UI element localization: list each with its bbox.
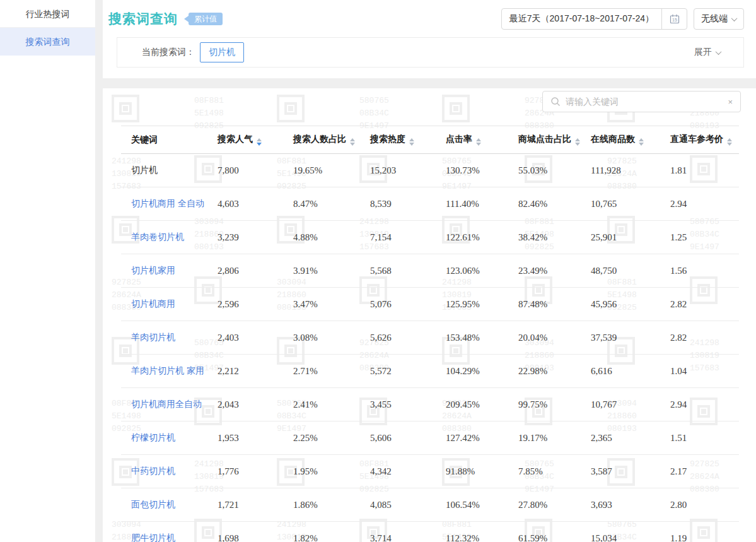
- table-row: 羊肉切片机2,4033.08%5,626153.48%20.04%37,5392…: [121, 321, 739, 355]
- expand-label: 展开: [694, 47, 712, 58]
- sort-icon[interactable]: [257, 138, 262, 146]
- value-cell: 25,901: [581, 221, 660, 254]
- value-cell: 2.94: [660, 388, 739, 421]
- value-cell: 1,698: [207, 522, 283, 542]
- column-header-5[interactable]: 商城点击占比: [508, 126, 581, 154]
- sidebar-item-0[interactable]: 行业热搜词: [0, 0, 95, 28]
- value-cell: 2,212: [207, 355, 283, 388]
- page-title: 搜索词查询: [108, 10, 178, 28]
- value-cell: 38.42%: [508, 221, 581, 254]
- keyword-cell[interactable]: 面包切片机: [121, 488, 207, 522]
- terminal-label: 无线端: [701, 13, 728, 25]
- value-cell: 8,539: [360, 187, 436, 221]
- value-cell: 61.59%: [508, 522, 581, 542]
- value-cell: 2,043: [207, 388, 283, 421]
- table-row: 羊肉卷切片机3,2394.88%7,154122.61%38.42%25,901…: [121, 221, 739, 254]
- keyword-cell[interactable]: 羊肉片切片机 家用: [121, 355, 207, 388]
- keyword-cell[interactable]: 切片机商用 全自动: [121, 187, 207, 221]
- value-cell: 4,085: [360, 488, 436, 522]
- value-cell: 2.94: [660, 187, 739, 221]
- value-cell: 3.91%: [283, 254, 360, 288]
- keyword-cell[interactable]: 羊肉切片机: [121, 321, 207, 355]
- keyword-cell[interactable]: 肥牛切片机: [121, 522, 207, 542]
- value-cell: 10,765: [581, 187, 660, 221]
- value-cell: 2,403: [207, 321, 283, 355]
- terminal-selector[interactable]: 无线端: [694, 8, 744, 30]
- column-header-6[interactable]: 在线商品数: [581, 126, 660, 154]
- value-cell: 125.95%: [436, 288, 508, 321]
- value-cell: 20.04%: [508, 321, 581, 355]
- sort-icon[interactable]: [575, 138, 580, 146]
- value-cell: 2.80: [660, 488, 739, 522]
- search-icon: [550, 97, 561, 107]
- current-term-chip[interactable]: 切片机: [200, 42, 244, 62]
- value-cell: 2.41%: [283, 388, 360, 421]
- keyword-cell[interactable]: 切片机家用: [121, 254, 207, 288]
- value-cell: 7,800: [207, 154, 283, 187]
- value-cell: 2.17: [660, 455, 739, 488]
- column-header-2[interactable]: 搜索人数占比: [283, 126, 360, 154]
- value-cell: 1,776: [207, 455, 283, 488]
- expand-toggle[interactable]: 展开: [694, 47, 721, 58]
- value-cell: 1.82%: [283, 522, 360, 542]
- value-cell: 4,342: [360, 455, 436, 488]
- value-cell: 19.65%: [283, 154, 360, 187]
- table-row: 中药切片机1,7761.95%4,34291.88%7.85%3,5872.17: [121, 455, 739, 488]
- table-row: 面包切片机1,7211.86%4,085106.54%27.80%3,6932.…: [121, 488, 739, 522]
- calendar-icon[interactable]: 15: [661, 9, 687, 29]
- value-cell: 3,714: [360, 522, 436, 542]
- value-cell: 27.80%: [508, 488, 581, 522]
- sort-icon[interactable]: [350, 138, 355, 146]
- column-header-4[interactable]: 点击率: [436, 126, 508, 154]
- table-card: 08F8815E149809282558076508B34C9E14979278…: [103, 88, 756, 542]
- value-cell: 2.71%: [283, 355, 360, 388]
- sort-icon[interactable]: [409, 138, 414, 146]
- value-cell: 1.04: [660, 355, 739, 388]
- value-cell: 5,572: [360, 355, 436, 388]
- value-cell: 1.95%: [283, 455, 360, 488]
- value-cell: 22.98%: [508, 355, 581, 388]
- value-cell: 55.03%: [508, 154, 581, 187]
- column-header-1[interactable]: 搜索人气: [207, 126, 283, 154]
- value-cell: 5,076: [360, 288, 436, 321]
- sort-icon[interactable]: [639, 138, 644, 146]
- column-header-3[interactable]: 搜索热度: [360, 126, 436, 154]
- page-header: 搜索词查询 累计值 最近7天（2017-07-18~2017-07-24） 15: [103, 0, 756, 78]
- value-cell: 111,928: [581, 154, 660, 187]
- keyword-cell[interactable]: 切片机商用: [121, 288, 207, 321]
- keywords-table: 关键词搜索人气搜索人数占比搜索热度点击率商城点击占比在线商品数直通车参考价 切片…: [121, 126, 739, 542]
- keyword-cell[interactable]: 羊肉卷切片机: [121, 221, 207, 254]
- current-term-label: 当前搜索词：: [142, 47, 195, 58]
- value-cell: 15,034: [581, 522, 660, 542]
- table-row: 柠檬切片机1,9532.25%5,606127.42%19.17%2,3651.…: [121, 421, 739, 455]
- sort-icon[interactable]: [476, 138, 481, 146]
- table-row: 切片机商用全自动2,0432.41%3,455209.45%99.75%10,7…: [121, 388, 739, 421]
- value-cell: 7.85%: [508, 455, 581, 488]
- value-cell: 3,455: [360, 388, 436, 421]
- column-label: 商城点击占比: [518, 134, 571, 144]
- keyword-cell[interactable]: 中药切片机: [121, 455, 207, 488]
- value-cell: 3.08%: [283, 321, 360, 355]
- sort-icon[interactable]: [727, 138, 732, 146]
- date-range-picker[interactable]: 最近7天（2017-07-18~2017-07-24） 15: [501, 8, 687, 30]
- value-cell: 5,568: [360, 254, 436, 288]
- value-cell: 1,953: [207, 421, 283, 455]
- keyword-cell[interactable]: 柠檬切片机: [121, 421, 207, 455]
- column-header-7[interactable]: 直通车参考价: [660, 126, 739, 154]
- search-input[interactable]: [566, 97, 723, 107]
- value-cell: 1.51: [660, 421, 739, 455]
- value-cell: 1.81: [660, 154, 739, 187]
- sidebar-item-1[interactable]: 搜索词查询: [0, 28, 95, 56]
- value-cell: 10,767: [581, 388, 660, 421]
- chevron-down-icon: [716, 49, 722, 55]
- table-row: 肥牛切片机1,6981.82%3,714112.32%61.59%15,0341…: [121, 522, 739, 542]
- value-cell: 3.47%: [283, 288, 360, 321]
- value-cell: 87.48%: [508, 288, 581, 321]
- value-cell: 1.19: [660, 522, 739, 542]
- value-cell: 209.45%: [436, 388, 508, 421]
- value-cell: 82.46%: [508, 187, 581, 221]
- cumulative-badge: 累计值: [184, 13, 223, 25]
- table-row: 羊肉片切片机 家用2,2122.71%5,572104.29%22.98%6,6…: [121, 355, 739, 388]
- keyword-cell[interactable]: 切片机商用全自动: [121, 388, 207, 421]
- clear-icon[interactable]: ×: [728, 98, 733, 106]
